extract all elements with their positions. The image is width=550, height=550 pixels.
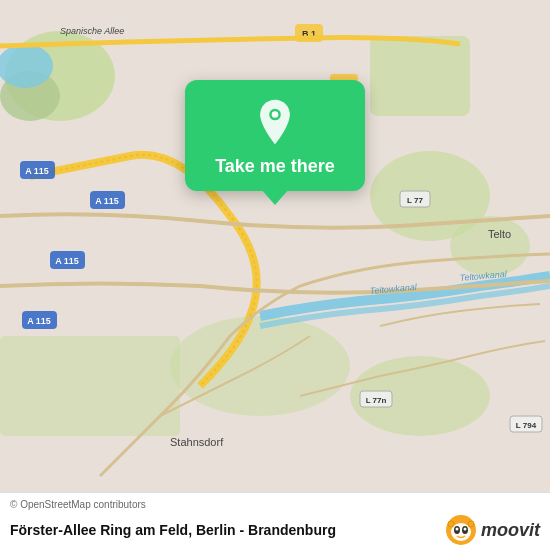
svg-text:Telto: Telto	[488, 228, 511, 240]
map-attribution: © OpenStreetMap contributors	[10, 499, 540, 510]
svg-point-39	[455, 528, 458, 531]
svg-point-34	[272, 111, 279, 118]
svg-text:Spanische Allee: Spanische Allee	[60, 26, 124, 36]
svg-point-5	[450, 216, 530, 276]
bottom-bar: © OpenStreetMap contributors Förster-All…	[0, 492, 550, 550]
moovit-icon	[445, 514, 477, 546]
svg-point-40	[463, 528, 466, 531]
svg-text:Stahnsdorf: Stahnsdorf	[170, 436, 224, 448]
svg-text:A 115: A 115	[25, 166, 49, 176]
svg-text:L 77n: L 77n	[366, 396, 387, 405]
map-area: A 115 A 115 A 115 A 115 B 1 B 1 L 77 L 7…	[0, 0, 550, 492]
svg-rect-3	[370, 36, 470, 116]
take-me-there-label: Take me there	[215, 156, 335, 177]
location-name: Förster-Allee Ring am Feld, Berlin - Bra…	[10, 522, 336, 538]
svg-text:A 115: A 115	[27, 316, 51, 326]
svg-text:A 115: A 115	[95, 196, 119, 206]
svg-text:L 77: L 77	[407, 196, 423, 205]
map-background: A 115 A 115 A 115 A 115 B 1 B 1 L 77 L 7…	[0, 0, 550, 492]
moovit-logo: moovit	[445, 514, 540, 546]
location-row: Förster-Allee Ring am Feld, Berlin - Bra…	[10, 514, 540, 546]
svg-point-41	[448, 521, 454, 527]
moovit-text: moovit	[481, 520, 540, 541]
location-pin-icon	[251, 98, 299, 146]
app: A 115 A 115 A 115 A 115 B 1 B 1 L 77 L 7…	[0, 0, 550, 550]
svg-point-42	[468, 521, 474, 527]
svg-text:L 794: L 794	[516, 421, 537, 430]
svg-text:A 115: A 115	[55, 256, 79, 266]
take-me-there-popup[interactable]: Take me there	[185, 80, 365, 191]
